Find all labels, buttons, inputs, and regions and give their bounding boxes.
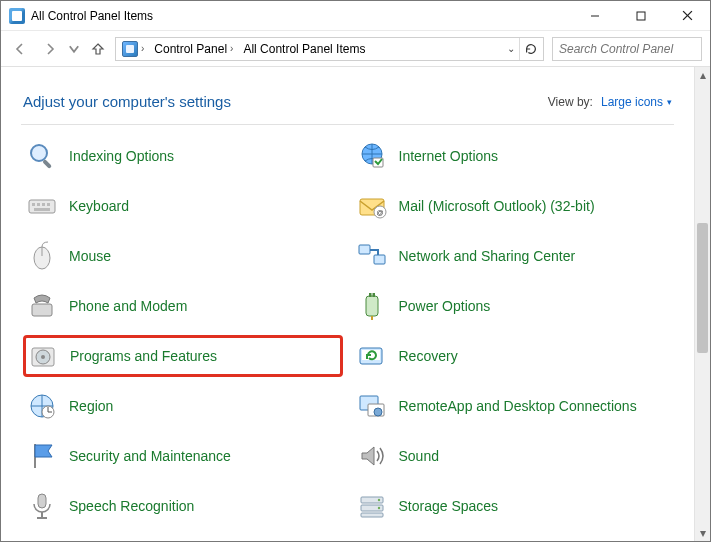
breadcrumb-label: Control Panel [154,42,227,56]
svg-rect-22 [374,255,385,264]
svg-text:@: @ [376,209,383,216]
item-mouse[interactable]: Mouse [23,235,343,277]
item-mail[interactable]: @ Mail (Microsoft Outlook) (32-bit) [353,185,673,227]
back-button[interactable] [7,36,33,62]
power-icon [355,289,389,323]
item-label: Storage Spaces [399,498,499,515]
item-label: Programs and Features [70,348,217,365]
title-bar: All Control Panel Items [1,1,710,31]
mail-icon: @ [355,189,389,223]
svg-rect-10 [29,200,55,213]
page-title: Adjust your computer's settings [23,93,231,110]
svg-point-29 [41,355,45,359]
chevron-down-icon: ▾ [667,97,672,107]
item-internet-options[interactable]: Internet Options [353,135,673,177]
item-label: RemoteApp and Desktop Connections [399,398,637,415]
recovery-icon [355,339,389,373]
scroll-thumb[interactable] [697,223,708,353]
item-label: Keyboard [69,198,129,215]
view-by-dropdown[interactable]: Large icons ▾ [601,95,672,109]
search-box[interactable] [552,37,702,61]
globe-icon [355,139,389,173]
item-label: Mouse [69,248,111,265]
item-label: Indexing Options [69,148,174,165]
view-by-control: View by: Large icons ▾ [548,95,672,109]
svg-point-46 [377,499,379,501]
scroll-down-button[interactable]: ▾ [695,525,710,541]
item-label: Recovery [399,348,458,365]
microphone-icon [25,489,59,523]
svg-rect-14 [47,203,50,206]
window-title: All Control Panel Items [31,9,153,23]
item-label: Network and Sharing Center [399,248,576,265]
svg-rect-26 [372,293,375,297]
item-remoteapp[interactable]: RemoteApp and Desktop Connections [353,385,673,427]
item-programs-features[interactable]: Programs and Features [23,335,343,377]
item-storage-spaces[interactable]: Storage Spaces [353,485,673,527]
keyboard-icon [25,189,59,223]
content-area: Adjust your computer's settings View by:… [1,67,694,541]
item-label: Security and Maintenance [69,448,231,465]
svg-rect-1 [637,12,645,20]
svg-rect-11 [32,203,35,206]
programs-icon [26,339,60,373]
address-dropdown[interactable]: ⌄ [507,43,515,54]
breadcrumb-control-panel[interactable]: Control Panel › [150,39,237,59]
up-button[interactable] [85,36,111,62]
item-keyboard[interactable]: Keyboard [23,185,343,227]
svg-rect-45 [361,513,383,517]
svg-point-38 [374,408,382,416]
phone-icon [25,289,59,323]
item-label: Phone and Modem [69,298,187,315]
sound-icon [355,439,389,473]
svg-rect-15 [34,208,50,211]
storage-icon [355,489,389,523]
item-label: Mail (Microsoft Outlook) (32-bit) [399,198,595,215]
item-label: Region [69,398,113,415]
window-buttons [572,1,710,31]
remoteapp-icon [355,389,389,423]
svg-point-47 [377,507,379,509]
maximize-button[interactable] [618,1,664,31]
navigation-row: › Control Panel › All Control Panel Item… [1,31,710,67]
control-panel-icon [9,8,25,24]
breadcrumb-label: All Control Panel Items [243,42,365,56]
item-label: Speech Recognition [69,498,194,515]
network-icon [355,239,389,273]
minimize-button[interactable] [572,1,618,31]
item-phone-modem[interactable]: Phone and Modem [23,285,343,327]
vertical-scrollbar[interactable]: ▴ ▾ [694,67,710,541]
item-power-options[interactable]: Power Options [353,285,673,327]
item-label: Sound [399,448,439,465]
scroll-up-button[interactable]: ▴ [695,67,710,83]
scroll-track[interactable] [695,83,710,525]
mouse-icon [25,239,59,273]
item-speech-recognition[interactable]: Speech Recognition [23,485,343,527]
search-input[interactable] [557,41,711,57]
chevron-right-icon: › [230,43,233,54]
svg-rect-40 [38,494,46,508]
svg-rect-13 [42,203,45,206]
item-label: Power Options [399,298,491,315]
chevron-right-icon: › [141,43,144,54]
address-bar[interactable]: › Control Panel › All Control Panel Item… [115,37,544,61]
region-icon [25,389,59,423]
svg-rect-7 [42,159,52,169]
magnifier-icon [25,139,59,173]
breadcrumb-root[interactable]: › [118,39,148,59]
item-sound[interactable]: Sound [353,435,673,477]
svg-rect-21 [359,245,370,254]
item-recovery[interactable]: Recovery [353,335,673,377]
forward-button[interactable] [37,36,63,62]
item-security-maintenance[interactable]: Security and Maintenance [23,435,343,477]
refresh-button[interactable] [519,38,541,60]
view-by-value: Large icons [601,95,663,109]
close-button[interactable] [664,1,710,31]
history-dropdown[interactable] [67,36,81,62]
svg-rect-24 [366,296,378,316]
item-indexing-options[interactable]: Indexing Options [23,135,343,177]
breadcrumb-all-items[interactable]: All Control Panel Items [239,39,369,59]
items-grid: Indexing Options Internet Options Keyboa… [23,135,672,527]
item-region[interactable]: Region [23,385,343,427]
item-network-sharing[interactable]: Network and Sharing Center [353,235,673,277]
